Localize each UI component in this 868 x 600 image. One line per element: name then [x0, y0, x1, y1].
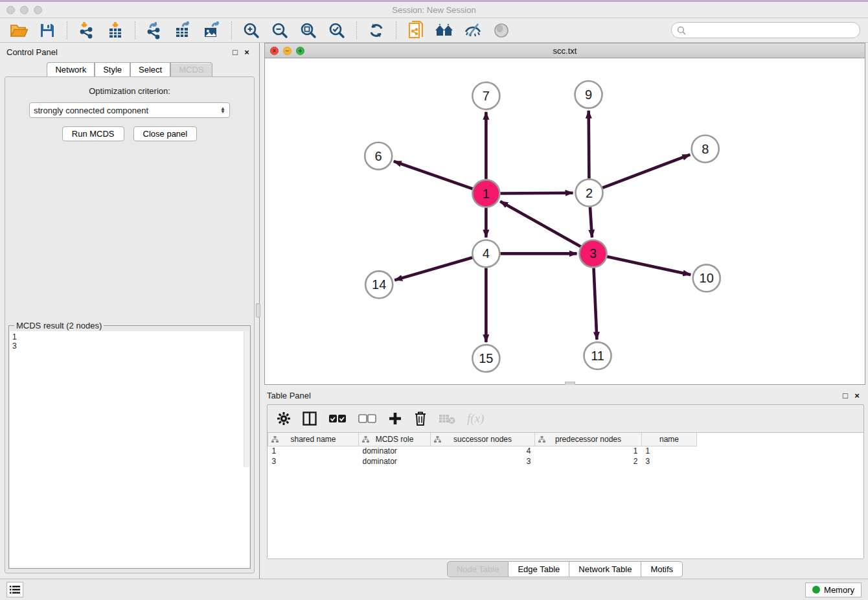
gear-icon: [277, 411, 291, 426]
cell-0-4[interactable]: 1: [642, 446, 697, 456]
tab-network[interactable]: Network: [47, 62, 95, 76]
table-row[interactable]: 3dominator323: [268, 456, 697, 467]
zoom-out-icon: [271, 22, 288, 39]
hierarchy-icon: [362, 436, 369, 443]
home-button[interactable]: [432, 20, 457, 41]
cell-0-1[interactable]: dominator: [359, 446, 431, 456]
add-column-button[interactable]: [388, 409, 402, 428]
graph-edge-2-3[interactable]: [590, 207, 592, 237]
control-panel-tabs: Network Style Select MCDS: [0, 62, 259, 76]
cell-1-3[interactable]: 2: [535, 456, 642, 467]
table-row[interactable]: 1dominator411: [268, 446, 697, 456]
workspace-column: × − + scc.txt 79681243141015: [260, 43, 868, 579]
network-window-title: scc.txt: [265, 46, 865, 56]
deselect-all-button[interactable]: [358, 409, 376, 428]
control-panel-title: Control Panel: [6, 47, 58, 57]
tab-select[interactable]: Select: [130, 62, 170, 76]
zoom-selected-button[interactable]: [325, 20, 349, 41]
home-icon: [434, 23, 455, 38]
node-table[interactable]: shared nameMCDS rolesuccessor nodesprede…: [268, 432, 863, 559]
run-mcds-button[interactable]: Run MCDS: [62, 126, 124, 141]
select-all-button[interactable]: [328, 409, 347, 428]
save-session-button[interactable]: [35, 20, 60, 41]
delete-column-button[interactable]: [414, 409, 427, 428]
clone-network-button[interactable]: [404, 20, 428, 41]
close-table-panel-icon[interactable]: ×: [851, 391, 863, 400]
tab-style[interactable]: Style: [95, 62, 130, 76]
column-header-1[interactable]: MCDS role: [359, 433, 431, 446]
search-input[interactable]: [686, 26, 854, 35]
graph-edge-1-2[interactable]: [500, 193, 573, 194]
float-table-panel-icon[interactable]: □: [839, 391, 851, 400]
cell-1-4[interactable]: 3: [642, 456, 697, 467]
delete-table-icon: [439, 413, 455, 424]
columns-icon: [303, 411, 317, 426]
refresh-icon: [368, 22, 385, 39]
import-table-button[interactable]: [103, 20, 128, 41]
zoom-fit-icon: [300, 22, 317, 39]
table-panel: Table Panel □ ×: [264, 385, 865, 579]
column-header-0[interactable]: shared name: [268, 433, 359, 446]
network-graph[interactable]: 7968124314101511: [265, 58, 865, 384]
mcds-result-list[interactable]: 1 3: [10, 331, 249, 568]
tab-network-table[interactable]: Network Table: [569, 561, 641, 577]
export-network-icon: [145, 21, 165, 40]
open-session-button[interactable]: [6, 20, 31, 41]
tab-edge-table[interactable]: Edge Table: [508, 561, 569, 577]
column-header-4[interactable]: name: [642, 433, 697, 446]
export-image-button[interactable]: [200, 20, 224, 41]
graph-edge-3-10[interactable]: [607, 257, 691, 275]
cell-0-0[interactable]: 1: [268, 446, 359, 456]
close-panel-button[interactable]: Close panel: [133, 126, 198, 141]
network-resize-grip[interactable]: [565, 382, 575, 385]
import-network-button[interactable]: [74, 20, 99, 41]
cell-0-2[interactable]: 4: [431, 446, 535, 456]
graph-edge-2-9[interactable]: [589, 111, 589, 179]
network-window-titlebar: × − + scc.txt: [265, 43, 865, 58]
graph-edge-4-14[interactable]: [394, 258, 472, 281]
network-minimize-button[interactable]: −: [283, 47, 291, 55]
cell-0-3[interactable]: 1: [535, 446, 642, 456]
unchecked-boxes-icon: [358, 414, 376, 423]
hide-panel-button[interactable]: [461, 20, 485, 41]
tab-motifs[interactable]: Motifs: [641, 561, 683, 577]
graph-edge-1-6[interactable]: [394, 161, 473, 189]
network-close-button[interactable]: ×: [270, 47, 279, 55]
cell-1-2[interactable]: 3: [431, 456, 535, 467]
export-network-button[interactable]: [143, 20, 167, 41]
graph-edge-3-11[interactable]: [594, 268, 597, 340]
tab-mcds[interactable]: MCDS: [170, 62, 212, 76]
network-maximize-button[interactable]: +: [296, 47, 304, 55]
table-toolbar: f(x): [268, 405, 863, 432]
control-panel: Control Panel □ × Network Style Select M…: [0, 43, 260, 579]
optimization-criterion-select[interactable]: strongly connected component ▲▼: [29, 102, 230, 118]
close-panel-icon[interactable]: ×: [241, 47, 253, 57]
column-header-2[interactable]: successor nodes: [431, 433, 535, 446]
graph-node-label-6: 6: [375, 149, 382, 163]
zoom-fit-button[interactable]: [296, 20, 321, 41]
graph-edge-3-1[interactable]: [500, 202, 580, 247]
export-table-button[interactable]: [171, 20, 196, 41]
column-header-3[interactable]: predecessor nodes: [535, 433, 642, 446]
zoom-out-button[interactable]: [268, 20, 292, 41]
sphere-button[interactable]: [489, 20, 514, 41]
refresh-button[interactable]: [364, 20, 389, 41]
panel-splitter-handle[interactable]: [256, 303, 260, 317]
tab-node-table[interactable]: Node Table: [447, 561, 509, 577]
zoom-in-button[interactable]: [239, 20, 264, 41]
result-scrollbar[interactable]: [244, 331, 249, 467]
toolbar-separator: [356, 21, 357, 40]
graph-node-label-4: 4: [483, 246, 490, 260]
table-settings-button[interactable]: [277, 409, 291, 428]
graph-node-label-9: 9: [585, 87, 592, 102]
cell-1-0[interactable]: 3: [268, 456, 359, 467]
list-icon: [10, 585, 20, 594]
cell-1-1[interactable]: dominator: [359, 456, 431, 467]
network-canvas[interactable]: 7968124314101511: [265, 58, 865, 384]
float-panel-icon[interactable]: □: [229, 47, 241, 57]
graph-edge-2-8[interactable]: [602, 155, 690, 188]
show-columns-button[interactable]: [303, 409, 317, 428]
memory-button[interactable]: Memory: [805, 583, 862, 597]
task-history-button[interactable]: [6, 582, 23, 597]
mcds-result-group: MCDS result (2 nodes) 1 3: [8, 325, 251, 569]
